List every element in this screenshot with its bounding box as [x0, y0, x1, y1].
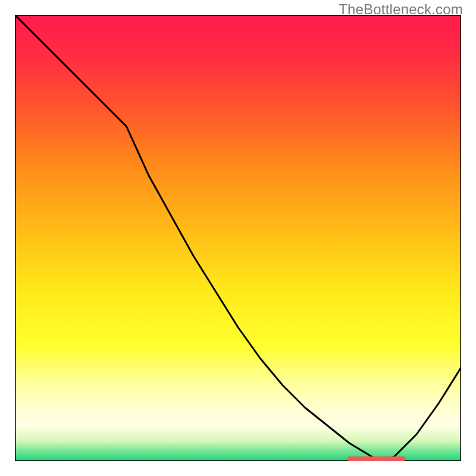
plot-svg — [15, 15, 461, 461]
plot-area — [15, 15, 461, 461]
chart-stage: TheBottleneck.com — [0, 0, 476, 476]
